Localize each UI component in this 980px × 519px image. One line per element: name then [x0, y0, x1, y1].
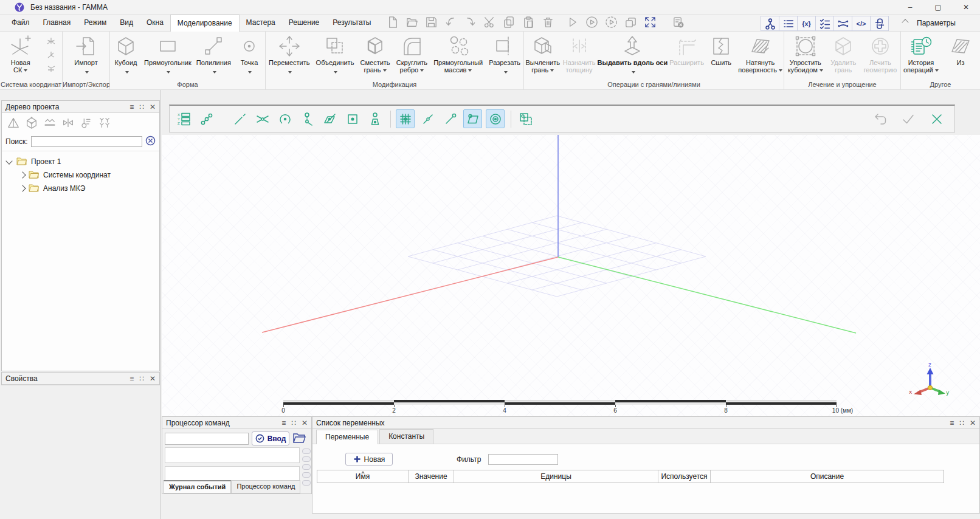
- panel-close-icon[interactable]: ✕: [150, 375, 156, 382]
- code-editor-icon[interactable]: </>: [852, 16, 871, 31]
- tab-variables[interactable]: Переменные: [316, 430, 378, 444]
- rect-array-button[interactable]: Прямоугольныймассив: [431, 33, 485, 74]
- dropdown-caret[interactable]: [85, 71, 89, 74]
- tab-event-log[interactable]: Журнал событий: [164, 480, 231, 493]
- panel-dock-icon[interactable]: ∷: [291, 419, 296, 427]
- chevron-right-icon[interactable]: [19, 185, 26, 191]
- mass-point-tool[interactable]: [365, 109, 384, 128]
- confirm-button[interactable]: [899, 109, 917, 128]
- grid-snap-toggle[interactable]: [396, 109, 415, 128]
- menu-view[interactable]: Вид: [113, 15, 140, 32]
- arc-center-tool[interactable]: [275, 109, 294, 128]
- dropdown-caret[interactable]: [288, 71, 292, 74]
- stretch-surface-button[interactable]: Натянутьповерхность: [737, 33, 784, 74]
- panel-close-icon[interactable]: ✕: [302, 419, 308, 427]
- column-header-units[interactable]: Единицы: [454, 470, 658, 483]
- delete-icon[interactable]: [541, 15, 555, 31]
- snap-to-face-toggle[interactable]: [463, 109, 482, 128]
- chevron-down-icon[interactable]: [5, 157, 12, 164]
- run-icon[interactable]: [565, 15, 579, 31]
- panel-menu-icon[interactable]: ≡: [129, 103, 134, 111]
- cancel-button[interactable]: [927, 109, 946, 128]
- minimize-button[interactable]: –: [896, 0, 924, 15]
- filter-icon[interactable]: [98, 116, 111, 131]
- snap-to-point-toggle[interactable]: [441, 109, 460, 128]
- variables-icon[interactable]: {x}: [797, 16, 816, 31]
- offset-face-button[interactable]: Сместитьгрань: [358, 33, 393, 74]
- close-document-icon[interactable]: [671, 15, 685, 31]
- dropdown-caret[interactable]: [935, 69, 939, 72]
- command-history-area[interactable]: [165, 447, 300, 463]
- dropdown-caret[interactable]: [779, 69, 782, 72]
- paste-icon[interactable]: [522, 15, 536, 31]
- fullscreen-icon[interactable]: [643, 15, 657, 31]
- line-tool[interactable]: [230, 109, 249, 128]
- thermometer-icon[interactable]: [80, 116, 93, 131]
- dropdown-caret[interactable]: [820, 69, 823, 72]
- search-input[interactable]: [31, 136, 142, 147]
- new-variable-button[interactable]: Новая: [345, 453, 393, 466]
- column-header-used[interactable]: Используется: [658, 470, 711, 483]
- extrude-along-axis-button[interactable]: Выдавить вдоль оси: [597, 33, 668, 76]
- snapshot-button[interactable]: [302, 449, 311, 454]
- new-cs-button[interactable]: НоваяСК: [5, 33, 36, 74]
- snapshot-button[interactable]: [302, 480, 311, 486]
- rectangle-button[interactable]: Прямоугольник: [142, 33, 194, 76]
- dropdown-caret[interactable]: [550, 69, 554, 72]
- undo-sketch-button[interactable]: [870, 109, 889, 128]
- split-view-icon[interactable]: [833, 16, 852, 31]
- open-script-icon[interactable]: [292, 432, 306, 445]
- move-button[interactable]: Переместить: [266, 33, 312, 76]
- panel-close-icon[interactable]: ✕: [150, 103, 156, 111]
- redo-icon[interactable]: [463, 15, 477, 31]
- cut-button[interactable]: Разрезать: [486, 33, 523, 76]
- list-icon[interactable]: [779, 16, 798, 31]
- panel-dock-icon[interactable]: ∷: [959, 419, 964, 427]
- point-on-curve-tool[interactable]: [298, 109, 317, 128]
- cs-variant-2-icon[interactable]: [46, 49, 57, 63]
- enter-button[interactable]: Ввод: [252, 431, 289, 445]
- point-button[interactable]: Точка: [233, 33, 265, 76]
- point-chain-tool[interactable]: [197, 109, 216, 128]
- maximize-button[interactable]: ▢: [924, 0, 952, 15]
- tab-command-processor[interactable]: Процессор команд: [231, 480, 300, 493]
- point-on-plane-tool[interactable]: [320, 109, 339, 128]
- polyline-button[interactable]: Полилиния: [194, 33, 233, 76]
- panel-dock-icon[interactable]: ∷: [139, 375, 144, 382]
- cut-icon[interactable]: [483, 15, 497, 31]
- fillet-edge-button[interactable]: Скруглитьребро: [394, 33, 430, 74]
- parameters-label[interactable]: Параметры: [917, 19, 956, 27]
- extract-face-button[interactable]: Вычленитьгрань: [524, 33, 561, 74]
- panel-dock-icon[interactable]: ∷: [139, 103, 144, 111]
- copy-icon[interactable]: [502, 15, 516, 31]
- viewport-canvas[interactable]: z x y 0 2 4 6 8 10 (мм): [162, 135, 980, 416]
- viewport-3d[interactable]: z x y 0 2 4 6 8 10 (мм) XYZ: [162, 90, 980, 416]
- dropdown-caret[interactable]: [213, 71, 216, 74]
- duplicate-icon[interactable]: [624, 15, 638, 31]
- cuboid-button[interactable]: Кубоид: [110, 33, 142, 76]
- intersection-point-tool[interactable]: [253, 109, 272, 128]
- checklist-icon[interactable]: [815, 16, 834, 31]
- menu-home[interactable]: Главная: [36, 15, 78, 32]
- dropdown-caret[interactable]: [420, 69, 424, 72]
- cs-variant-3-icon[interactable]: [46, 63, 57, 76]
- dropdown-caret[interactable]: [632, 71, 635, 74]
- stitch-button[interactable]: Сшить: [705, 33, 737, 66]
- dropdown-caret[interactable]: [248, 71, 252, 74]
- coordinate-list-tool[interactable]: XYZ: [174, 109, 193, 128]
- menu-solution[interactable]: Решение: [282, 15, 326, 32]
- tree-item-fem-analysis[interactable]: Анализ МКЭ: [3, 182, 158, 195]
- panel-menu-icon[interactable]: ≡: [129, 375, 134, 382]
- dropdown-caret[interactable]: [383, 69, 387, 72]
- tree-item-coordinate-systems[interactable]: Системы координат: [3, 168, 158, 182]
- new-file-icon[interactable]: [385, 15, 399, 31]
- menu-wizards[interactable]: Мастера: [240, 15, 282, 32]
- panel-menu-icon[interactable]: ≡: [950, 419, 954, 427]
- panel-menu-icon[interactable]: ≡: [281, 419, 286, 427]
- clipped-ribbon-button[interactable]: Из: [946, 33, 975, 66]
- mesh-pyramid-icon[interactable]: [7, 116, 20, 131]
- clamp-icon[interactable]: [61, 116, 75, 131]
- collapse-ribbon-icon[interactable]: [902, 19, 908, 26]
- snapshot-button[interactable]: [302, 472, 311, 478]
- dropdown-caret[interactable]: [504, 71, 508, 74]
